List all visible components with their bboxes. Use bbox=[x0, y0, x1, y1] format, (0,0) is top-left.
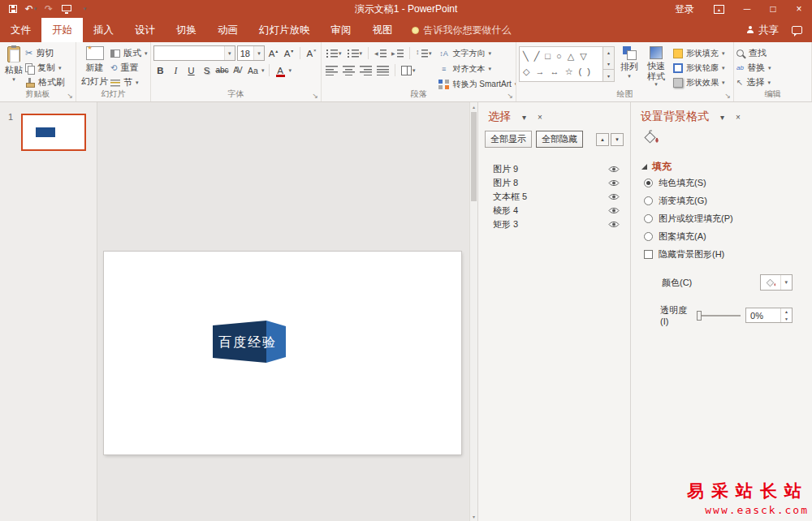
radio-icon[interactable] bbox=[644, 196, 653, 205]
picture-fill-option[interactable]: 图片或纹理填充(P) bbox=[631, 210, 812, 227]
radio-icon[interactable] bbox=[644, 179, 653, 187]
spin-down-icon[interactable]: ▼ bbox=[781, 316, 792, 323]
bring-forward-button[interactable]: ▲ bbox=[596, 133, 609, 146]
find-button[interactable]: 查找 bbox=[736, 46, 809, 60]
format-pane-close-icon[interactable]: × bbox=[736, 113, 741, 122]
selection-pane-close-icon[interactable]: × bbox=[538, 113, 542, 122]
paragraph-dialog-launcher[interactable]: ↘ bbox=[507, 93, 513, 100]
tab-design[interactable]: 设计 bbox=[124, 18, 166, 42]
sign-in-button[interactable]: 登录 bbox=[665, 0, 704, 18]
copy-button[interactable]: 复制▾ bbox=[25, 61, 65, 75]
paste-button[interactable]: 粘贴 ▾ bbox=[2, 45, 25, 89]
numbering-button[interactable]: ▾ bbox=[345, 45, 365, 61]
select-button[interactable]: ↖选择▾ bbox=[736, 75, 809, 89]
align-right-button[interactable] bbox=[358, 62, 374, 78]
send-backward-button[interactable]: ▼ bbox=[611, 133, 624, 146]
selection-item[interactable]: 文本框 5 bbox=[478, 190, 630, 204]
arrange-button[interactable]: 排列 ▾ bbox=[618, 45, 641, 79]
underline-button[interactable]: U bbox=[184, 63, 198, 78]
quick-styles-button[interactable]: 快速样式 ▾ bbox=[641, 45, 672, 87]
font-dialog-launcher[interactable]: ↘ bbox=[312, 93, 318, 100]
section-button[interactable]: 节▾ bbox=[110, 75, 148, 89]
gradient-fill-option[interactable]: 渐变填充(G) bbox=[631, 192, 812, 209]
increase-indent-button[interactable] bbox=[390, 45, 405, 61]
selection-item[interactable]: 图片 8 bbox=[478, 176, 630, 190]
shapes-down-button[interactable]: ▾ bbox=[603, 58, 614, 70]
save-button[interactable] bbox=[5, 1, 21, 17]
scrollbar-thumb[interactable] bbox=[471, 112, 477, 201]
pattern-fill-option[interactable]: 图案填充(A) bbox=[631, 228, 812, 245]
scroll-down-icon[interactable]: ▾ bbox=[470, 514, 477, 519]
spin-up-icon[interactable]: ▲ bbox=[781, 308, 792, 316]
slider-thumb[interactable] bbox=[697, 311, 702, 321]
radio-icon[interactable] bbox=[644, 232, 653, 241]
customize-qat-button[interactable]: ▾ bbox=[76, 1, 93, 17]
text-shadow-button[interactable]: S bbox=[200, 63, 214, 78]
clear-formatting-button[interactable]: A× bbox=[304, 46, 318, 61]
align-center-button[interactable] bbox=[341, 62, 356, 78]
undo-button[interactable]: ↶▾ bbox=[23, 1, 39, 17]
cut-button[interactable]: ✂剪切 bbox=[25, 46, 65, 60]
fill-category-icon[interactable] bbox=[642, 137, 660, 147]
italic-button[interactable]: I bbox=[169, 63, 183, 78]
character-spacing-button[interactable]: AV bbox=[231, 63, 244, 78]
start-from-beginning-button[interactable] bbox=[58, 1, 75, 17]
align-left-button[interactable] bbox=[324, 62, 339, 78]
replace-button[interactable]: ab替换▾ bbox=[736, 61, 809, 75]
transparency-spinbox[interactable]: 0% ▲ ▼ bbox=[745, 308, 793, 323]
justify-button[interactable] bbox=[375, 62, 391, 78]
layout-button[interactable]: 版式▾ bbox=[110, 46, 148, 60]
increase-font-size-button[interactable]: A▴ bbox=[266, 46, 280, 61]
dropdown-icon[interactable]: ▾ bbox=[253, 46, 264, 60]
columns-button[interactable]: ▾ bbox=[400, 62, 417, 78]
close-button[interactable]: × bbox=[786, 0, 812, 18]
dropdown-icon[interactable]: ▾ bbox=[224, 46, 235, 60]
tab-view[interactable]: 视图 bbox=[362, 18, 404, 42]
show-all-button[interactable]: 全部显示 bbox=[485, 131, 532, 148]
decrease-font-size-button[interactable]: A▾ bbox=[282, 46, 296, 61]
tab-insert[interactable]: 插入 bbox=[83, 18, 124, 42]
shapes-gallery[interactable]: ╲ ╱ □ ○ △ ▽ ◇ → ↔ ☆ ( ) bbox=[519, 46, 603, 82]
scroll-up-icon[interactable]: ▴ bbox=[470, 104, 477, 110]
decrease-indent-button[interactable] bbox=[373, 45, 388, 61]
baidu-experience-shape[interactable]: 百度经验 bbox=[213, 320, 286, 364]
checkbox-icon[interactable] bbox=[644, 250, 653, 259]
redo-button[interactable]: ↷ bbox=[41, 1, 57, 17]
shapes-up-button[interactable]: ▴ bbox=[603, 47, 614, 58]
tab-transitions[interactable]: 切换 bbox=[166, 18, 207, 42]
font-color-button[interactable]: A bbox=[274, 63, 287, 78]
selection-item[interactable]: 矩形 3 bbox=[478, 217, 630, 231]
strikethrough-button[interactable]: abc bbox=[215, 63, 229, 78]
clipboard-dialog-launcher[interactable]: ↘ bbox=[67, 93, 73, 100]
bullets-button[interactable]: ▾ bbox=[324, 45, 343, 61]
tab-review[interactable]: 审阅 bbox=[321, 18, 362, 42]
tab-slideshow[interactable]: 幻灯片放映 bbox=[248, 18, 321, 42]
change-case-button[interactable]: Aa bbox=[246, 63, 260, 78]
slide[interactable]: 百度经验 bbox=[104, 252, 461, 454]
align-text-button[interactable]: ≡对齐文本▾ bbox=[438, 62, 516, 76]
bold-button[interactable]: B bbox=[153, 63, 167, 78]
radio-icon[interactable] bbox=[644, 214, 653, 223]
fill-section-header[interactable]: 填充 bbox=[631, 147, 812, 174]
shapes-more-button[interactable]: ▾ bbox=[603, 69, 614, 81]
font-size-combobox[interactable]: 18▾ bbox=[237, 45, 265, 61]
minimize-button[interactable]: ─ bbox=[734, 0, 760, 18]
comments-icon[interactable] bbox=[792, 26, 802, 34]
shape-effects-button[interactable]: 形状效果▾ bbox=[673, 75, 725, 89]
tab-animations[interactable]: 动画 bbox=[207, 18, 248, 42]
shape-fill-button[interactable]: 形状填充▾ bbox=[673, 46, 725, 60]
visibility-eye-icon[interactable] bbox=[608, 206, 620, 216]
share-button[interactable]: 共享 bbox=[746, 24, 779, 37]
shape-outline-button[interactable]: 形状轮廓▾ bbox=[673, 61, 725, 75]
solid-fill-option[interactable]: 纯色填充(S) bbox=[631, 174, 812, 192]
drawing-dialog-launcher[interactable]: ↘ bbox=[724, 93, 731, 100]
visibility-eye-icon[interactable] bbox=[608, 179, 620, 188]
line-spacing-button[interactable]: ▾ bbox=[414, 45, 434, 61]
tab-home[interactable]: 开始 bbox=[41, 18, 83, 42]
new-slide-button[interactable]: 新建 幻灯片 bbox=[79, 45, 110, 89]
selection-item[interactable]: 图片 9 bbox=[478, 162, 630, 176]
transparency-slider[interactable] bbox=[697, 315, 741, 316]
vertical-scrollbar[interactable]: ▴ ▾ bbox=[469, 102, 477, 521]
font-name-combobox[interactable]: ▾ bbox=[153, 45, 235, 61]
slide-thumbnail[interactable] bbox=[21, 114, 86, 151]
